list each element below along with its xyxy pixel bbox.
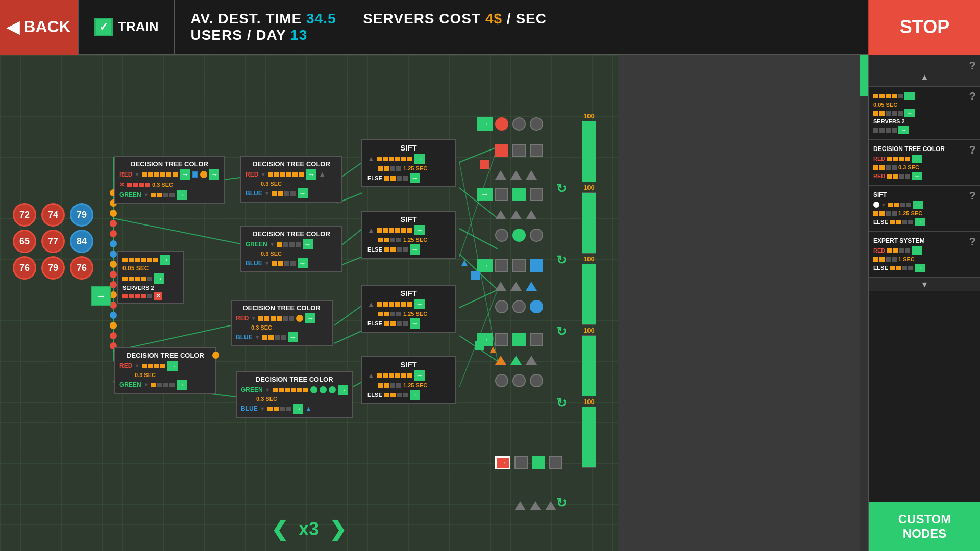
selector-arrow-2[interactable]: →: [477, 188, 493, 201]
dt4-out2[interactable]: →: [288, 332, 298, 342]
refresh-icon-3[interactable]: ↻: [556, 324, 567, 339]
circle-gray-9[interactable]: [530, 374, 543, 387]
tri-gray-9[interactable]: [526, 356, 537, 365]
svg-line-2: [113, 218, 240, 244]
sift1-out1[interactable]: →: [414, 154, 425, 164]
tri-orange-1[interactable]: [495, 356, 506, 365]
sq-gray-3[interactable]: [495, 188, 508, 201]
circle-gray-6[interactable]: [512, 300, 526, 313]
circle-gray-3[interactable]: [495, 229, 508, 242]
sq-gray-9[interactable]: [514, 456, 528, 469]
rp1-arrow[interactable]: →: [904, 92, 915, 100]
train-checkbox: ✓: [94, 18, 113, 36]
circle-gray-2[interactable]: [530, 117, 543, 131]
selector-arrow-5-out[interactable]: →: [495, 456, 510, 469]
tri-gray-10[interactable]: [514, 501, 526, 510]
rp2-arrow2[interactable]: →: [912, 172, 922, 180]
sift1-out2[interactable]: →: [410, 173, 420, 183]
sq-blue-1[interactable]: [530, 259, 543, 272]
sift3-out1[interactable]: →: [414, 299, 425, 309]
sift2-out2[interactable]: →: [410, 244, 420, 255]
dt1-out1[interactable]: →: [180, 169, 190, 180]
dt3-out2[interactable]: →: [298, 258, 308, 268]
sq-gray-1[interactable]: [512, 144, 526, 157]
rp2-arrow1[interactable]: →: [912, 155, 922, 163]
sift4-out1[interactable]: →: [414, 370, 425, 381]
circle-red-1[interactable]: [495, 117, 508, 131]
tri-blue-1[interactable]: [526, 282, 537, 291]
scroll-up-button[interactable]: ? ▲: [869, 55, 980, 87]
tri-gray-11[interactable]: [530, 501, 541, 510]
sift4-out2[interactable]: →: [410, 390, 420, 400]
main-canvas[interactable]: 72 74 79 65 77 84 76 79 76 → → 0.05 SEC: [0, 55, 618, 551]
sq-gray-10[interactable]: [549, 456, 562, 469]
flow-arrow-button[interactable]: →: [91, 286, 111, 306]
circle-gray-1[interactable]: [512, 117, 526, 131]
tri-gray-2[interactable]: [510, 170, 522, 180]
sq-gray-6[interactable]: [512, 259, 526, 272]
tri-gray-8[interactable]: [510, 282, 522, 291]
circle-gray-5[interactable]: [495, 300, 508, 313]
prev-page-button[interactable]: ❮: [271, 517, 288, 541]
dt5-out2[interactable]: →: [177, 380, 187, 390]
dt1-out2[interactable]: →: [209, 169, 219, 180]
tri-gray-5[interactable]: [510, 210, 522, 219]
refresh-icon-1[interactable]: ↻: [556, 182, 567, 196]
sq-red-1[interactable]: [495, 144, 508, 157]
dt1-out3[interactable]: →: [177, 190, 187, 200]
dt4-out1[interactable]: →: [305, 313, 315, 323]
dt1-title: DECISION TREE COLOR: [119, 160, 219, 168]
tri-gray-12[interactable]: [545, 501, 556, 510]
dt2-title: DECISION TREE COLOR: [246, 160, 337, 168]
rp4-arrow2[interactable]: →: [915, 264, 925, 272]
scroll-up-arrow-icon[interactable]: ▲: [873, 72, 976, 82]
sq-gray-8[interactable]: [530, 333, 543, 346]
circle-green-1[interactable]: [512, 229, 526, 242]
dt2-out1[interactable]: →: [306, 169, 316, 180]
stop-button[interactable]: STOP: [868, 0, 980, 55]
sift2-out1[interactable]: →: [414, 225, 425, 235]
circle-gray-4[interactable]: [530, 229, 543, 242]
refresh-icon-2[interactable]: ↻: [556, 253, 567, 267]
sq-green-2[interactable]: [512, 333, 526, 346]
tri-gray-4[interactable]: [495, 210, 506, 219]
refresh-icon-4[interactable]: ↻: [556, 396, 567, 410]
rp4-arrow1[interactable]: →: [912, 246, 922, 255]
circle-blue-1[interactable]: [530, 300, 543, 313]
back-button[interactable]: ◀ BACK: [0, 0, 79, 55]
custom-nodes-button[interactable]: CUSTOMNODES: [869, 502, 980, 551]
sq-green-3[interactable]: [532, 456, 545, 469]
circle-gray-8[interactable]: [512, 374, 526, 387]
tri-gray-6[interactable]: [526, 210, 537, 219]
rp1-arrow3[interactable]: →: [898, 126, 909, 134]
rp3-arrow2[interactable]: →: [915, 218, 925, 226]
scroll-down-button[interactable]: ▼: [869, 278, 980, 291]
mini-info-arrow[interactable]: →: [160, 255, 170, 265]
svg-line-19: [459, 147, 498, 257]
dt3-out1[interactable]: →: [303, 239, 313, 249]
sq-gray-2[interactable]: [530, 144, 543, 157]
sq-green-1[interactable]: [512, 188, 526, 201]
sq-gray-5[interactable]: [495, 259, 508, 272]
tri-gray-3[interactable]: [526, 170, 537, 180]
sift3-out2[interactable]: →: [410, 318, 420, 329]
circle-gray-7[interactable]: [495, 374, 508, 387]
sq-gray-4[interactable]: [530, 188, 543, 201]
rp3-arrow1[interactable]: →: [913, 201, 923, 209]
dt5-out1[interactable]: →: [167, 361, 178, 371]
selector-arrow-1[interactable]: →: [477, 117, 493, 131]
next-page-button[interactable]: ❯: [329, 517, 347, 541]
rp1-arrow2[interactable]: →: [904, 109, 915, 117]
floating-tri-blue: ▲: [459, 257, 470, 268]
tri-gray-1[interactable]: [495, 170, 506, 180]
tri-gray-7[interactable]: [495, 282, 506, 291]
train-button[interactable]: ✓ TRAIN: [79, 0, 175, 55]
floating-sq-red: [480, 160, 489, 169]
question-icon-1: ?: [969, 90, 976, 103]
mini-info-arrow2[interactable]: →: [154, 273, 164, 284]
dt6-out2[interactable]: →: [293, 404, 303, 414]
dt6-out1[interactable]: →: [338, 385, 348, 395]
refresh-icon-5[interactable]: ↻: [556, 496, 567, 510]
tri-green-1[interactable]: [510, 356, 522, 365]
dt2-out2[interactable]: →: [298, 188, 308, 198]
